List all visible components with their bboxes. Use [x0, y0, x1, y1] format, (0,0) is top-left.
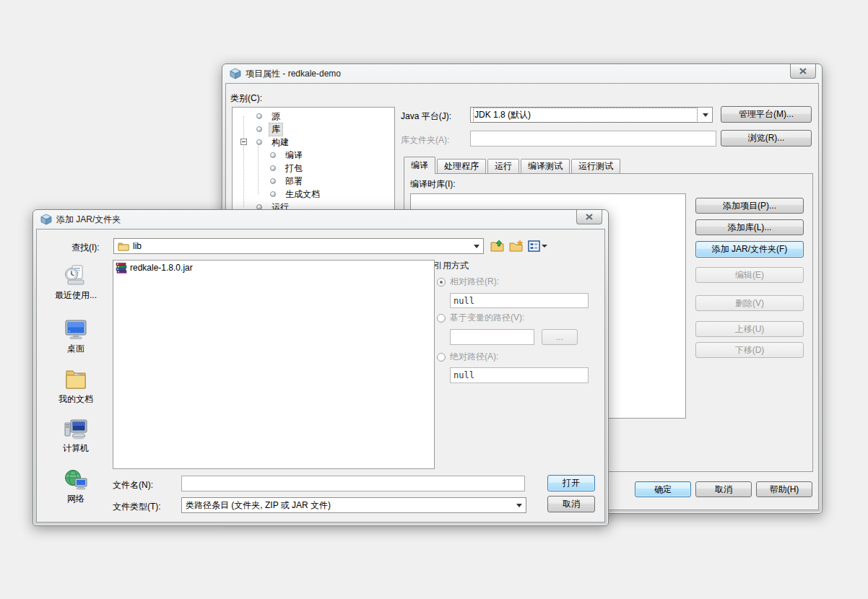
- java-platform-combobox[interactable]: JDK 1.8 (默认): [470, 107, 713, 123]
- relative-path-field[interactable]: null: [450, 293, 589, 308]
- jar-archive-icon: [116, 262, 127, 274]
- file-type-combobox[interactable]: 类路径条目 (文件夹, ZIP 或 JAR 文件): [181, 497, 526, 513]
- remove-button[interactable]: 删除(V): [695, 295, 804, 311]
- add-library-button[interactable]: 添加库(L)...: [695, 219, 804, 235]
- cancel-label: 取消: [715, 484, 732, 496]
- categories-label: 类别(C):: [230, 92, 262, 105]
- up-folder-icon: [490, 240, 505, 253]
- tab-run[interactable]: 运行: [487, 159, 519, 173]
- project-properties-titlebar[interactable]: 项目属性 - redkale-demo: [222, 64, 822, 83]
- tree-item-packaging[interactable]: 打包: [233, 162, 394, 175]
- absolute-path-radio[interactable]: 绝对路径(A):: [437, 351, 498, 363]
- radio-selected-icon[interactable]: [437, 278, 446, 287]
- add-jar-folder-button[interactable]: 添加 JAR/文件夹(F): [695, 241, 804, 258]
- tab-compile[interactable]: 编译: [404, 157, 435, 174]
- close-icon: [799, 68, 807, 74]
- node-bullet-icon: [270, 191, 276, 197]
- place-label: 网络: [67, 493, 84, 505]
- dialog-title: 添加 JAR/文件夹: [56, 214, 121, 226]
- computer-icon: [64, 419, 88, 440]
- add-project-label: 添加项目(P)...: [723, 200, 776, 212]
- relative-path-label: 相对路径(R):: [450, 276, 499, 288]
- java-platform-value: JDK 1.8 (默认): [474, 109, 696, 121]
- place-documents[interactable]: 我的文档: [43, 368, 109, 406]
- look-in-combobox[interactable]: lib: [113, 238, 484, 254]
- file-name: redkale-1.8.0.jar: [130, 263, 193, 273]
- view-menu-icon: [528, 240, 540, 252]
- compile-libs-label: 编译时库(I):: [410, 178, 456, 191]
- desktop-icon: [64, 319, 88, 341]
- edit-label: 编辑(E): [735, 269, 764, 281]
- browse-button[interactable]: 浏览(R)...: [721, 130, 812, 147]
- place-network[interactable]: 网络: [43, 469, 109, 505]
- file-item-jar[interactable]: redkale-1.8.0.jar: [113, 261, 434, 275]
- tree-item-compiling[interactable]: 编译: [233, 149, 394, 162]
- move-down-label: 下移(D): [735, 344, 765, 357]
- view-menu-button[interactable]: [526, 238, 548, 254]
- tree-item-label: 打包: [283, 162, 305, 175]
- tree-item-label: 生成文档: [283, 188, 322, 201]
- help-button[interactable]: 帮助(H): [756, 481, 812, 497]
- add-jar-folder-label: 添加 JAR/文件夹(F): [712, 243, 788, 255]
- close-button[interactable]: [576, 210, 602, 224]
- absolute-path-field[interactable]: null: [450, 367, 589, 383]
- browse-label: 浏览(R)...: [748, 132, 785, 144]
- tab-compile-tests[interactable]: 编译测试: [521, 159, 570, 173]
- look-in-label: 查找(I):: [71, 242, 100, 254]
- add-project-button[interactable]: 添加项目(P)...: [695, 198, 804, 214]
- place-desktop[interactable]: 桌面: [43, 319, 109, 355]
- open-label: 打开: [563, 477, 580, 489]
- manage-platforms-label: 管理平台(M)...: [739, 108, 794, 121]
- close-button[interactable]: [790, 64, 816, 79]
- collapse-icon[interactable]: [240, 139, 247, 145]
- documents-icon: [64, 368, 88, 391]
- place-label: 计算机: [63, 442, 89, 455]
- close-icon: [586, 214, 593, 220]
- add-jar-folder-titlebar[interactable]: 添加 JAR/文件夹: [33, 210, 608, 229]
- file-name-field[interactable]: [181, 476, 525, 491]
- move-down-button[interactable]: 下移(D): [695, 342, 804, 358]
- desktop: 项目属性 - redkale-demo 类别(C): 源 库 构建 编译 打包 …: [0, 0, 868, 599]
- tree-item-libraries[interactable]: 库: [233, 123, 394, 136]
- file-type-label: 文件类型(T):: [113, 501, 161, 513]
- ok-button[interactable]: 确定: [635, 481, 691, 497]
- chevron-down-icon: [700, 108, 711, 122]
- variable-path-input[interactable]: [453, 330, 531, 344]
- dialog-title: 项目属性 - redkale-demo: [246, 68, 341, 80]
- place-computer[interactable]: 计算机: [43, 419, 109, 455]
- libraries-folder-label: 库文件夹(A):: [401, 134, 449, 147]
- libraries-folder-field[interactable]: [470, 131, 716, 147]
- file-name-label: 文件名(N):: [113, 479, 153, 491]
- variable-path-field[interactable]: [450, 329, 534, 345]
- libraries-folder-input[interactable]: [474, 131, 713, 146]
- up-one-level-button[interactable]: [489, 238, 506, 254]
- node-bullet-icon: [270, 152, 276, 158]
- folder-icon: [118, 241, 129, 251]
- manage-platforms-button[interactable]: 管理平台(M)...: [721, 106, 812, 123]
- file-name-input[interactable]: [185, 476, 521, 491]
- cancel-button[interactable]: 取消: [695, 481, 752, 497]
- cancel-button[interactable]: 取消: [547, 496, 595, 512]
- tree-item-sources[interactable]: 源: [233, 110, 394, 123]
- file-list[interactable]: redkale-1.8.0.jar: [113, 260, 435, 469]
- radio-icon[interactable]: [437, 314, 446, 323]
- tree-item-documenting[interactable]: 生成文档: [233, 188, 394, 201]
- open-button[interactable]: 打开: [547, 475, 595, 491]
- network-icon: [64, 469, 88, 491]
- move-up-button[interactable]: 上移(U): [695, 321, 804, 337]
- libraries-tabstrip: 编译 处理程序 运行 编译测试 运行测试: [404, 157, 622, 173]
- radio-icon[interactable]: [437, 353, 446, 362]
- node-bullet-icon: [270, 165, 276, 171]
- relative-path-radio[interactable]: 相对路径(R):: [437, 276, 499, 288]
- new-folder-button[interactable]: [508, 238, 525, 254]
- tree-item-deployment[interactable]: 部署: [233, 175, 394, 188]
- absolute-path-label: 绝对路径(A):: [450, 351, 498, 363]
- variable-path-radio[interactable]: 基于变量的路径(V):: [437, 312, 524, 324]
- variable-browse-button[interactable]: ...: [542, 329, 578, 345]
- tab-processor[interactable]: 处理程序: [437, 159, 486, 173]
- tab-run-tests[interactable]: 运行测试: [571, 159, 620, 173]
- node-bullet-icon: [256, 126, 262, 132]
- tree-item-build[interactable]: 构建: [233, 136, 394, 149]
- place-recent[interactable]: 最近使用...: [43, 264, 109, 302]
- edit-button[interactable]: 编辑(E): [695, 267, 804, 283]
